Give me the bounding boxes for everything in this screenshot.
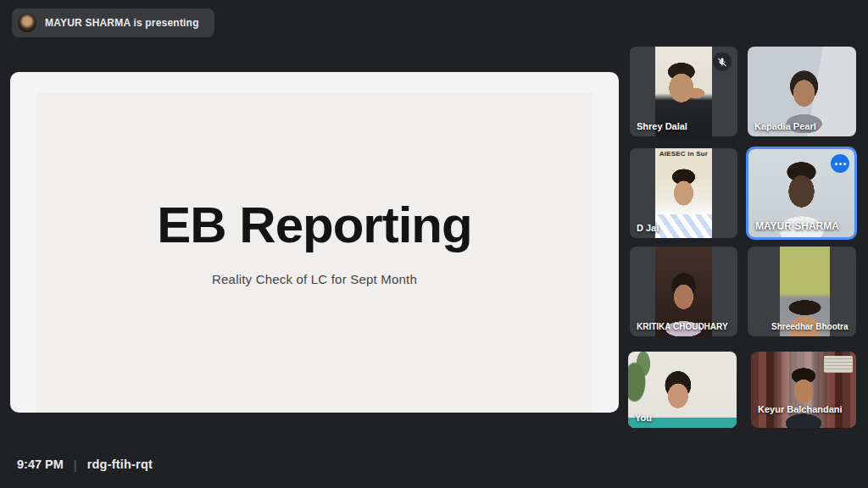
bottom-bar: 9:47 PM | rdg-ftih-rqt CC xyxy=(0,441,868,488)
meeting-info: 9:47 PM | rdg-ftih-rqt xyxy=(17,441,153,488)
participant-tile[interactable]: Shreedhar Bhootra xyxy=(748,247,856,336)
presenter-avatar xyxy=(18,14,36,32)
participant-name: MAYUR SHARMA xyxy=(755,220,839,232)
participant-name: KRITIKA CHOUDHARY xyxy=(637,322,728,331)
divider: | xyxy=(74,458,77,472)
participant-tile[interactable]: KRITIKA CHOUDHARY xyxy=(630,247,737,336)
meeting-code: rdg-ftih-rqt xyxy=(87,458,153,471)
participant-video: AIESEC in Sur xyxy=(655,148,711,238)
mic-muted-icon xyxy=(713,53,732,71)
slide-title: EB Reporting xyxy=(157,198,471,252)
presentation-stage: EB Reporting Reality Check of LC for Sep… xyxy=(10,72,619,413)
participant-name: Shrey Dalal xyxy=(637,121,687,131)
participant-tile[interactable]: AIESEC in Sur D Jai xyxy=(630,148,737,238)
tile-more-options-button[interactable] xyxy=(831,154,849,173)
presenting-banner-text: MAYUR SHARMA is presenting xyxy=(45,17,199,29)
self-view-tile[interactable]: You xyxy=(628,352,737,428)
slide-content: EB Reporting Reality Check of LC for Sep… xyxy=(10,72,619,413)
participant-name: Kapadia Pearl xyxy=(754,121,816,131)
participants-panel: Shrey Dalal Kapadia Pearl AIESEC in Sur … xyxy=(628,45,858,430)
participant-name: D Jai xyxy=(637,223,659,233)
presenting-banner: MAYUR SHARMA is presenting xyxy=(12,8,214,37)
participant-tile[interactable]: Shrey Dalal xyxy=(630,47,737,136)
participant-name: You xyxy=(635,413,652,423)
participant-video xyxy=(751,352,856,428)
clock: 9:47 PM xyxy=(17,458,64,471)
participant-name: Keyur Balchandani xyxy=(758,404,843,414)
background-banner-text: AIESEC in Sur xyxy=(655,150,711,158)
virtual-background xyxy=(655,214,711,238)
participant-tile[interactable]: Keyur Balchandani xyxy=(751,352,856,428)
slide-subtitle: Reality Check of LC for Sept Month xyxy=(212,272,417,286)
participant-tile[interactable]: Kapadia Pearl xyxy=(748,47,856,136)
participant-tile-active-speaker[interactable]: MAYUR SHARMA xyxy=(746,147,857,240)
participant-name: Shreedhar Bhootra xyxy=(771,322,849,331)
air-conditioner xyxy=(824,356,853,373)
